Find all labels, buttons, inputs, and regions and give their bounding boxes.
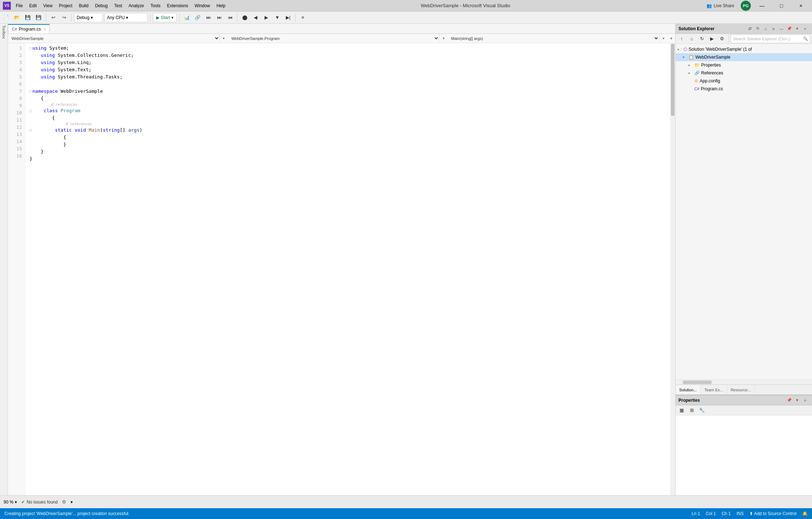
sol-pin-btn[interactable]: 📌: [785, 25, 793, 33]
close-button[interactable]: ×: [793, 0, 809, 12]
tree-properties[interactable]: ▸ 📁 Properties: [676, 61, 812, 69]
menu-window[interactable]: Window: [192, 2, 213, 10]
toolbar-saveall-btn[interactable]: 💾: [34, 13, 43, 22]
toolbar-stepout-btn[interactable]: ⏮: [225, 13, 235, 22]
sol-hscroll-thumb[interactable]: [683, 381, 712, 384]
sol-tab-team[interactable]: Team Ex...: [701, 385, 727, 395]
tree-app-config[interactable]: ▸ ⚙ App.config: [676, 77, 812, 85]
app-config-label: App.config: [700, 78, 720, 83]
sol-sync-btn[interactable]: ⇄: [746, 25, 754, 33]
collapse-7[interactable]: □: [30, 88, 32, 95]
settings-icon[interactable]: ⚙: [62, 499, 66, 505]
debug-config-dropdown[interactable]: Debug ▾: [74, 13, 103, 22]
props-close-btn[interactable]: ×: [801, 396, 809, 404]
sol-refresh-btn[interactable]: ↻: [754, 25, 762, 33]
expand-editor-btn[interactable]: +: [667, 34, 675, 43]
sol-unpin-btn[interactable]: ▾: [793, 25, 801, 33]
tree-project[interactable]: ▾ 📋 WebDriverSample: [676, 53, 812, 61]
nav-method-select[interactable]: Main(string[] args): [447, 34, 659, 43]
ref-hint-9: 0 references: [30, 102, 666, 107]
minimize-button[interactable]: —: [754, 0, 770, 12]
toolbar-redo-btn[interactable]: ↪: [59, 13, 69, 22]
nav-project-select[interactable]: WebDriverSample: [8, 34, 220, 43]
props-grid-btn[interactable]: ▦: [677, 406, 686, 415]
sol-hscroll[interactable]: [676, 379, 812, 384]
tab-program-cs[interactable]: C# Program.cs ×: [8, 24, 50, 33]
line-num-12: 12: [8, 124, 25, 131]
menu-extensions[interactable]: Extensions: [164, 2, 191, 10]
tree-solution[interactable]: ▸ ⬡ Solution 'WebDriverSample' (1 of: [676, 45, 812, 53]
vertical-scrollbar[interactable]: [670, 43, 675, 495]
line-num-8: 8: [8, 95, 25, 102]
sol-close-btn[interactable]: ×: [801, 25, 809, 33]
toolbar-nav3-btn[interactable]: ▼: [272, 13, 282, 22]
menu-tools[interactable]: Tools: [148, 2, 163, 10]
toolbar-perf-btn[interactable]: 📊: [182, 13, 191, 22]
code-editor[interactable]: □ using System; using System.Collections…: [25, 43, 670, 495]
sol-tb-5[interactable]: ⚙: [717, 34, 727, 44]
tree-references[interactable]: ▸ 🔗 References: [676, 69, 812, 77]
nav-arrow-3[interactable]: ▾: [659, 34, 667, 43]
sol-tab-solution[interactable]: Solution...: [676, 385, 701, 395]
start-label: Start: [161, 15, 170, 20]
menu-help[interactable]: Help: [213, 2, 228, 10]
menu-view[interactable]: View: [40, 2, 55, 10]
toolbar-attach-btn[interactable]: 🔗: [193, 13, 202, 22]
toolbar-save-btn[interactable]: 💾: [23, 13, 32, 22]
zoom-control[interactable]: 90 % ▾: [4, 500, 17, 505]
sol-filter-btn[interactable]: ≡: [770, 25, 777, 33]
platform-dropdown[interactable]: Any CPU ▾: [104, 13, 148, 22]
scrollbar-thumb[interactable]: [671, 44, 675, 116]
toolbar-nav2-btn[interactable]: ▶: [262, 13, 271, 22]
collapse-1[interactable]: □: [30, 45, 32, 52]
sol-search[interactable]: Search Solution Explorer (Ctrl+;) 🔍: [731, 35, 811, 43]
menu-test[interactable]: Test: [111, 2, 125, 10]
toolbar-misc-btn[interactable]: ≡: [298, 13, 307, 22]
sol-tb-4[interactable]: ▶: [707, 34, 717, 44]
toolbar-open-btn[interactable]: 📂: [12, 13, 22, 22]
props-wrench-btn[interactable]: 🔧: [697, 406, 707, 415]
notification-icon[interactable]: 🔔: [802, 511, 808, 516]
nav-arrow-1[interactable]: ▾: [220, 34, 228, 43]
toolbar-nav4-btn[interactable]: ▶|: [283, 13, 293, 22]
toolbar-new-btn[interactable]: 📄: [1, 13, 11, 22]
tree-program-cs[interactable]: ▸ C# Program.cs: [676, 85, 812, 93]
toolbar-undo-btn[interactable]: ↩: [49, 13, 58, 22]
settings-dropdown[interactable]: ▾: [71, 500, 73, 505]
menu-analyze[interactable]: Analyze: [126, 2, 147, 10]
line-num-10: 10: [8, 109, 25, 117]
sol-nav-btn[interactable]: ⌂: [762, 25, 770, 33]
sol-tb-1[interactable]: ↑: [677, 34, 686, 44]
menu-edit[interactable]: Edit: [26, 2, 40, 10]
nav-arrow-2[interactable]: ▾: [439, 34, 447, 43]
toolbar-stepover-btn[interactable]: ⏭: [215, 13, 224, 22]
toolbar-bp-btn[interactable]: ⬤: [240, 13, 249, 22]
start-button[interactable]: ▶ Start ▾: [153, 13, 177, 22]
code-line-15: }: [30, 155, 666, 163]
user-avatar[interactable]: PG: [741, 1, 751, 11]
props-cursor-btn[interactable]: ⊞: [687, 406, 696, 415]
toolbar-nav1-btn[interactable]: ◀: [251, 13, 260, 22]
sol-collapse-btn[interactable]: —: [777, 25, 785, 33]
collapse-11[interactable]: □: [30, 127, 32, 134]
menu-project[interactable]: Project: [56, 2, 75, 10]
maximize-button[interactable]: □: [773, 0, 790, 12]
sol-tab-resource[interactable]: Resource...: [727, 385, 755, 395]
menu-file[interactable]: File: [13, 2, 26, 10]
collapse-9[interactable]: □: [30, 107, 32, 114]
source-control-label[interactable]: ⬆ Add to Source Control: [749, 511, 797, 516]
nav-class-select[interactable]: WebDriverSample.Program: [228, 34, 440, 43]
tab-label: Program.cs: [19, 27, 41, 32]
tab-close-btn[interactable]: ×: [44, 27, 46, 31]
props-pin-btn[interactable]: 📌: [785, 396, 793, 404]
menu-debug[interactable]: Debug: [92, 2, 110, 10]
sol-tb-3[interactable]: ↻: [697, 34, 707, 44]
toolbox: Toolbox: [0, 24, 8, 495]
menu-build[interactable]: Build: [76, 2, 91, 10]
toolbar-step-btn[interactable]: ⏭: [204, 13, 213, 22]
platform-dropdown-arrow: ▾: [126, 15, 128, 20]
tab-icon: C#: [12, 27, 17, 31]
live-share-button[interactable]: 👥 Live Share: [703, 2, 738, 10]
props-unpin-btn[interactable]: ▾: [793, 396, 801, 404]
sol-tb-2[interactable]: ⌂: [687, 34, 696, 44]
